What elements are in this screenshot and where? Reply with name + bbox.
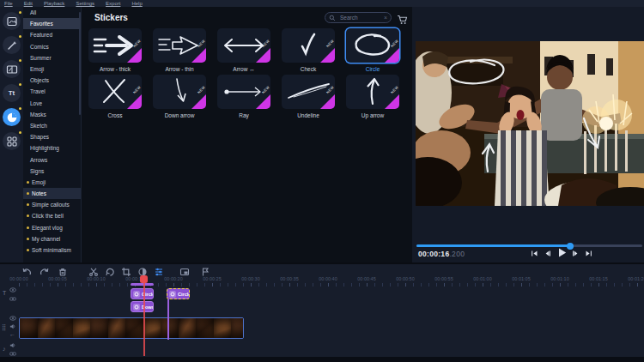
audio-track-mute-icon[interactable] [9, 342, 15, 349]
overlay-track-icon[interactable]: T [3, 290, 6, 296]
sidebar-item-elegant-vlog[interactable]: Elegant vlog [23, 222, 81, 233]
menu-file[interactable]: File [4, 1, 13, 6]
video-track-mute-icon[interactable] [9, 323, 15, 330]
overlay-track-visibility-icon[interactable] [9, 287, 16, 293]
sidebar-item-summer[interactable]: Summer [23, 52, 81, 63]
menu-export[interactable]: Export [106, 1, 120, 6]
sidebar-item-emoji[interactable]: Emoji [23, 63, 81, 75]
menu-help[interactable]: Help [131, 1, 142, 6]
wand-icon [6, 39, 18, 51]
sidebar-item-all[interactable]: All [23, 7, 81, 18]
sticker-tile-arrow-thin[interactable]: NEW [153, 28, 206, 63]
sidebar-item-sketch[interactable]: Sketch [23, 120, 81, 131]
ruler-label: 00:00:10 [82, 276, 111, 281]
ruler-label: 00:00:35 [275, 276, 304, 281]
playback-step-back[interactable] [544, 246, 551, 262]
sticker-tile-up-arrow[interactable]: NEW [346, 75, 399, 109]
sticker-clip-icon [133, 291, 140, 298]
sticker-tile-circle[interactable]: NEW [346, 28, 399, 63]
timecode-main: 00:00:16 [418, 250, 449, 258]
sticker-label: Arrow ↔ [212, 66, 276, 72]
sidebar-item-emoji[interactable]: Emoji [23, 177, 81, 188]
video-track-arrow-icon[interactable]: ← [9, 331, 15, 337]
premium-badge: NEW [127, 94, 142, 109]
to-end-icon [585, 249, 592, 258]
sticker-tile-ray[interactable]: NEW [217, 75, 270, 109]
ruler-label: 00:00:45 [352, 276, 381, 281]
timecode-ms: .200 [449, 250, 465, 258]
sidebar-item-label: Masks [30, 112, 46, 118]
sidebar-item-objects[interactable]: Objects [23, 75, 81, 86]
menu-playback[interactable]: Playback [44, 1, 64, 6]
sidebar-item-my-channel[interactable]: My channel [23, 233, 81, 244]
sidebar-item-favorites[interactable]: Favorites [23, 18, 81, 29]
sidebar-item-soft-minimalism[interactable]: Soft minimalism [23, 244, 81, 256]
rail-tool-filters[interactable] [3, 36, 21, 54]
sticker-tile-check[interactable]: NEW [282, 28, 335, 63]
new-content-dot [19, 107, 21, 110]
sticker-label: Check [276, 66, 340, 72]
sticker-tile-arrow-both[interactable]: NEW [217, 28, 270, 63]
sticker-label: Circle [341, 66, 404, 72]
bullet-dot [27, 203, 29, 206]
sidebar-item-featured[interactable]: Featured [23, 29, 81, 40]
sticker-tile-underline[interactable]: NEW [282, 75, 335, 109]
playback-to-end[interactable] [585, 246, 592, 262]
time-ruler[interactable] [19, 283, 644, 287]
rail-tool-more[interactable] [3, 132, 21, 150]
timeline-footer [0, 357, 644, 362]
sticker-label: Ray [212, 112, 276, 118]
sidebar-item-click-the-bell[interactable]: Click the bell [23, 210, 81, 221]
store-cart-icon[interactable] [397, 13, 408, 23]
sidebar-item-comics[interactable]: Comics [23, 41, 81, 52]
sticker-label: Cross [83, 112, 147, 118]
playback-to-start[interactable] [531, 246, 538, 262]
ruler-label: 00:00:40 [313, 276, 343, 281]
filmstrip-frame [55, 318, 73, 338]
filmstrip-frame [90, 318, 108, 338]
sticker-icon [6, 112, 18, 124]
sticker-clip-down-arrow[interactable]: Down arrow [131, 301, 154, 312]
clear-search-icon[interactable]: × [384, 15, 387, 21]
stickers-panel: Stickers × NEWArrow - thickNEWArrow - th… [82, 7, 412, 262]
sticker-clip-circle[interactable]: Circle [167, 288, 190, 299]
playback-play[interactable] [556, 246, 567, 262]
video-track-handle-icon[interactable]: ⣿ [2, 324, 6, 330]
sidebar-item-notes[interactable]: Notes [23, 188, 81, 199]
audio-track-icon[interactable]: ♪ [3, 346, 6, 352]
media-icon [6, 15, 18, 27]
search-input[interactable] [338, 14, 381, 21]
sidebar-item-travel[interactable]: Travel [23, 86, 81, 97]
sidebar-item-simple-callouts[interactable]: Simple callouts [23, 199, 81, 210]
rail-tool-stickers[interactable] [3, 108, 21, 126]
rail-tool-titles[interactable]: Tt [3, 84, 21, 102]
panel-title: Stickers [94, 13, 128, 22]
sidebar-item-arrows[interactable]: Arrows [23, 154, 81, 165]
sticker-clip-circle[interactable]: Circle [131, 288, 154, 299]
rail-tool-media[interactable] [3, 12, 21, 30]
premium-badge: NEW [385, 48, 399, 63]
sticker-tile-cross[interactable]: NEW [88, 75, 142, 109]
step-fwd-icon [572, 249, 580, 258]
menu-settings[interactable]: Settings [76, 1, 94, 6]
video-clip-filmstrip[interactable] [19, 317, 244, 339]
menu-edit[interactable]: Edit [24, 1, 33, 6]
category-sidebar: AllFavoritesFeaturedComicsSummerEmojiObj… [23, 7, 82, 262]
sticker-tile-arrow-thick[interactable]: NEW [88, 28, 142, 63]
ruler-label: 00:00:55 [429, 276, 459, 281]
sidebar-item-masks[interactable]: Masks [23, 109, 81, 120]
sidebar-item-shapes[interactable]: Shapes [23, 131, 81, 142]
search-box[interactable]: × [325, 12, 392, 23]
sidebar-item-signs[interactable]: Signs [23, 166, 81, 177]
bullet-dot [27, 214, 29, 217]
bullet-dot [27, 226, 29, 229]
video-track-visibility-icon[interactable] [9, 316, 16, 322]
sidebar-item-love[interactable]: Love [23, 98, 81, 109]
sidebar-item-highlighting[interactable]: Highlighting [23, 142, 81, 154]
seek-bar[interactable] [416, 244, 642, 247]
overlay-track-link-icon[interactable] [9, 296, 16, 302]
rail-tool-transitions[interactable] [3, 60, 21, 78]
sticker-tile-down-arrow[interactable]: NEW [153, 75, 206, 109]
audio-track-link-icon[interactable] [9, 351, 16, 357]
playback-step-fwd[interactable] [572, 246, 580, 262]
